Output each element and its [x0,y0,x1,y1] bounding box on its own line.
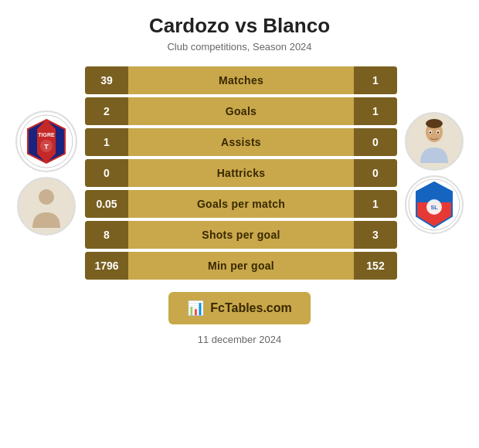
svg-point-5 [39,189,54,205]
stat-label: Hattricks [128,167,354,179]
stat-right-value: 1 [354,66,397,94]
stat-right-value: 0 [354,128,397,156]
stat-left-value: 2 [85,97,128,125]
stat-row: 39Matches1 [85,66,397,94]
svg-text:TIGRE: TIGRE [38,132,55,137]
stat-label: Goals per match [128,198,354,210]
stat-right-value: 1 [354,190,397,218]
comparison-card: Cardozo vs Blanco Club competitions, Sea… [0,0,479,448]
stat-label: Goals [128,105,354,117]
page-title: Cardozo vs Blanco [149,14,330,38]
stat-row: 8Shots per goal3 [85,221,397,249]
fctables-icon: 📊 [187,300,204,317]
left-player-photo [17,177,76,236]
tigre-logo: TIGRE T [15,110,77,172]
svg-text:T: T [44,143,49,151]
svg-point-8 [426,119,443,128]
stat-row: 0.05Goals per match1 [85,190,397,218]
fctables-text: FcTables.com [210,301,292,315]
svg-text:SL: SL [431,205,439,210]
svg-point-12 [437,131,439,133]
stat-label: Min per goal [128,260,354,272]
stats-table: 39Matches12Goals11Assists00Hattricks00.0… [85,66,397,280]
stat-right-value: 1 [354,97,397,125]
stat-left-value: 1 [85,128,128,156]
fctables-banner: 📊 FcTables.com [168,292,311,324]
stat-label: Shots per goal [128,229,354,241]
left-logos: TIGRE T [15,110,77,236]
stat-right-value: 152 [354,252,397,280]
stat-left-value: 0 [85,159,128,187]
stat-row: 1796Min per goal152 [85,252,397,280]
stat-left-value: 8 [85,221,128,249]
stat-right-value: 0 [354,159,397,187]
stat-row: 2Goals1 [85,97,397,125]
svg-point-11 [430,131,431,133]
stat-row: 1Assists0 [85,128,397,156]
main-area: TIGRE T 39Matches12Goals11Assists00Hat [15,66,464,280]
right-player-photo [405,112,464,171]
stat-left-value: 1796 [85,252,128,280]
sanlorenzo-logo: SL [405,175,464,234]
stat-left-value: 0.05 [85,190,128,218]
subtitle: Club competitions, Season 2024 [167,41,311,53]
stat-row: 0Hattricks0 [85,159,397,187]
stat-label: Matches [128,74,354,87]
stat-right-value: 3 [354,221,397,249]
stat-left-value: 39 [85,66,128,94]
footer-date: 11 december 2024 [198,334,281,345]
right-logos: SL [405,112,464,234]
stat-label: Assists [128,136,354,148]
